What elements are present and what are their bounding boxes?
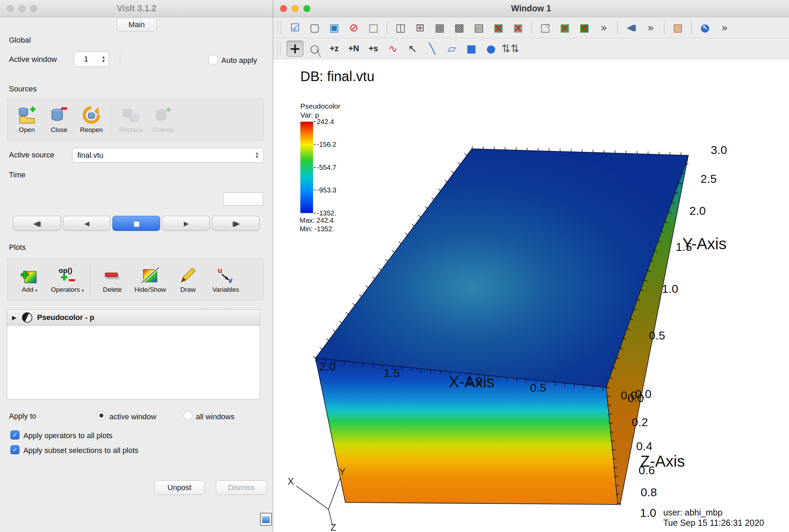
apply-subset-checkbox[interactable]: ✓	[10, 445, 20, 454]
axis-slider-icon[interactable]: ⇅⇅	[502, 41, 519, 57]
active-window-stepper[interactable]: 1 ▲ ▼	[74, 52, 109, 67]
window-toolbar-row2: + ○ ╲ +z +N +s ∿ ↖ ╲	[273, 38, 789, 59]
replace-database-icon	[121, 106, 141, 125]
lock-time-icon[interactable]: ■ ×	[576, 20, 593, 36]
all-windows-radio[interactable]	[184, 411, 192, 420]
stepper-arrows-icon[interactable]: ▲ ▼	[98, 52, 109, 66]
active-window-radio[interactable]	[97, 411, 106, 420]
variables-button[interactable]: u v Variables	[207, 266, 245, 293]
unpost-button[interactable]: Unpost	[154, 480, 204, 495]
add-plot-button[interactable]: Add ▾	[11, 266, 48, 293]
auto-apply-checkbox[interactable]	[208, 55, 218, 64]
stepper-down-icon[interactable]: ▼	[102, 59, 105, 63]
window-title: Window 1	[273, 0, 789, 16]
close-source-button[interactable]: Close	[43, 106, 75, 134]
open-source-button[interactable]: Open	[11, 106, 43, 134]
zoom-tool-icon[interactable]: ○ ╲	[306, 41, 323, 57]
axis-tick-label: 0.5	[649, 329, 665, 342]
toolbar-handle[interactable]	[277, 42, 281, 55]
legend-tick-marks	[314, 122, 316, 213]
minimize-button[interactable]	[19, 5, 25, 12]
layout-rows-icon[interactable]: ▤	[470, 20, 487, 36]
step-forward-button[interactable]: ▮▶	[212, 216, 259, 231]
spin-mode-icon[interactable]: ■ ×	[490, 20, 507, 36]
zoom-s-icon[interactable]: +s	[365, 41, 382, 57]
operators-label: Operators	[51, 286, 80, 293]
active-window-check-icon[interactable]: ☑	[287, 20, 303, 36]
traffic-lights	[7, 5, 37, 12]
line-tool-icon[interactable]: ╲	[424, 41, 441, 57]
color-table-icon[interactable]: ▨	[669, 20, 686, 36]
full-frame-icon[interactable]: ■ ×	[510, 20, 526, 36]
perspective-icon[interactable]: □ ▫	[537, 20, 554, 36]
zoom-n-icon[interactable]: +N	[345, 41, 362, 57]
viewport-scene: DB: final.vtu Pseudocolor Var: p 242.4 -…	[273, 59, 789, 532]
time-field[interactable]	[223, 192, 263, 206]
apply-operators-checkbox[interactable]: ✓	[10, 430, 20, 440]
caret-down-icon: ▾	[82, 288, 84, 293]
plane-tool-icon[interactable]: ▱	[443, 41, 460, 57]
overflow-chevron-icon[interactable]: »	[716, 20, 733, 36]
close-button[interactable]	[7, 5, 14, 12]
viewport-canvas[interactable]: DB: final.vtu Pseudocolor Var: p 242.4 -…	[273, 59, 789, 532]
overlay-source-button[interactable]: Overlay	[147, 106, 179, 134]
close-button[interactable]	[280, 5, 287, 12]
sphere-tool-icon[interactable]: ●	[482, 41, 499, 57]
zoom-z-icon[interactable]: +z	[326, 41, 343, 57]
active-source-select[interactable]: final.vtu ▲ ▼	[72, 148, 264, 163]
delete-plot-button[interactable]: Delete	[93, 266, 131, 293]
legend-tick-label: -953.3	[317, 186, 336, 194]
overflow-chevron-icon[interactable]: »	[642, 20, 659, 36]
hide-show-icon	[141, 266, 160, 285]
global-section-label: Global	[9, 36, 31, 45]
layout-4x4-icon[interactable]: ▩	[451, 20, 468, 36]
new-window-icon[interactable]: ▢	[306, 20, 323, 36]
lock-view-icon[interactable]: ■ ×	[556, 20, 573, 36]
pick-sphere-icon[interactable]: ● ↖	[697, 20, 713, 36]
axis-tick-label: 0.2	[632, 415, 648, 429]
minimize-button[interactable]	[292, 5, 299, 12]
lineout-icon[interactable]: ∿	[385, 41, 401, 57]
tab-main[interactable]: Main	[116, 18, 157, 32]
box-tool-icon[interactable]: ■	[463, 41, 480, 57]
delete-window-icon[interactable]: ⊘	[345, 20, 362, 36]
play-button[interactable]: ▶	[162, 216, 210, 231]
plot-list-entry[interactable]: ▶ Pseudocolor - p	[7, 310, 260, 326]
date-annotation: Tue Sep 15 11:26:31 2020	[663, 518, 764, 528]
navigate-mode-icon[interactable]: +	[287, 41, 303, 57]
play-reverse-button[interactable]: ◀	[63, 216, 111, 231]
close-label: Close	[51, 126, 68, 134]
hide-show-plot-button[interactable]: Hide/Show	[131, 266, 169, 293]
replace-source-button[interactable]: Replace	[115, 106, 147, 134]
active-window-radio-label: active window	[109, 412, 156, 421]
operators-button[interactable]: op() Operators ▾	[48, 266, 86, 293]
draw-pencil-icon	[178, 266, 198, 285]
toolbar-handle[interactable]	[277, 21, 281, 34]
window-back-icon[interactable]: ◀▮	[623, 20, 640, 36]
expand-arrow-icon[interactable]: ▶	[12, 314, 16, 321]
overlay-database-icon	[154, 106, 173, 125]
clone-window-icon[interactable]: ▣	[326, 20, 343, 36]
zoom-button[interactable]	[303, 5, 310, 12]
plots-section-label: Plots	[9, 243, 26, 252]
layout-2x2-icon[interactable]: ⊞	[412, 20, 429, 36]
step-back-button[interactable]: ◀▮	[13, 216, 61, 231]
clear-window-icon[interactable]: □	[365, 20, 382, 36]
draw-plot-button[interactable]: Draw	[169, 266, 207, 293]
overflow-chevron-icon[interactable]: »	[596, 20, 612, 36]
delete-label: Delete	[103, 286, 122, 293]
stepper-up-icon[interactable]: ▲	[102, 55, 105, 59]
mini-window-icon[interactable]	[260, 513, 272, 526]
window-title: VisIt 3.1.2	[0, 0, 273, 16]
svg-text:v: v	[228, 276, 233, 285]
layout-3x3-icon[interactable]: ▦	[431, 20, 448, 36]
toolbar-separator	[691, 21, 692, 34]
layout-1x2-icon[interactable]: ◫	[392, 20, 409, 36]
axis-tick-label: 2.5	[700, 172, 716, 185]
reopen-source-button[interactable]: Reopen	[75, 106, 108, 134]
dismiss-button[interactable]: Dismiss	[216, 480, 267, 495]
pick-icon[interactable]: ↖	[404, 41, 421, 57]
zoom-button[interactable]	[30, 5, 37, 12]
stop-button[interactable]: ■	[112, 216, 160, 231]
sources-section-label: Sources	[9, 85, 37, 93]
